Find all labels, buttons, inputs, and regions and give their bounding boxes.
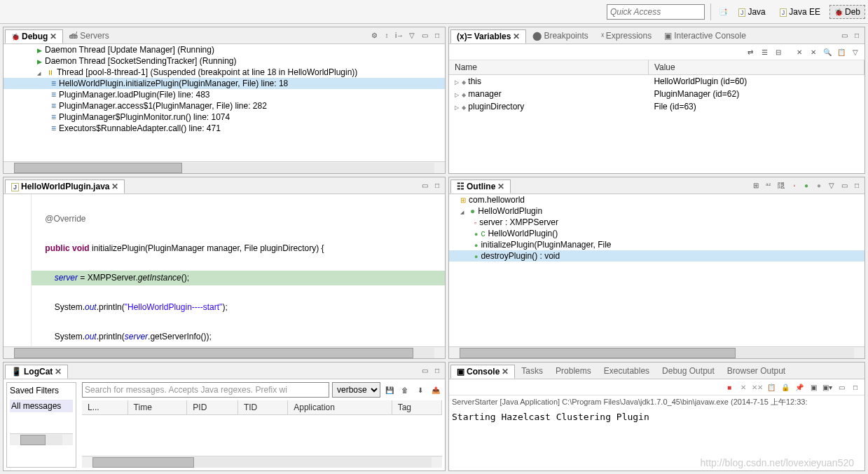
variable-row[interactable]: thisHelloWorldPlugin (id=60) — [449, 75, 864, 88]
debug-item[interactable]: Executors$RunnableAdapter.call() line: 4… — [4, 123, 445, 134]
icon[interactable]: ✕ — [807, 46, 820, 58]
export-icon[interactable]: 📤 — [429, 384, 442, 396]
tab-breakpoints[interactable]: ⬤Breakpoints — [526, 29, 594, 43]
tree-icon[interactable]: ☰ — [758, 46, 771, 58]
tab-variables[interactable]: (x)=Variables✕ — [450, 29, 526, 43]
log-table[interactable]: L...TimePIDTIDApplicationTag — [82, 400, 442, 415]
log-column[interactable]: TID — [237, 400, 287, 415]
log-column[interactable]: PID — [187, 400, 238, 415]
minimize-icon[interactable]: ▭ — [418, 180, 431, 192]
display-icon[interactable]: ▣ — [807, 381, 820, 393]
tab-console[interactable]: ▣Console✕ — [450, 365, 515, 379]
tab-outline[interactable]: ☷Outline✕ — [450, 180, 511, 194]
icon[interactable]: 隠 — [775, 180, 787, 192]
perspective-java-ee[interactable]: Java EE — [775, 5, 825, 19]
gutter[interactable] — [4, 194, 32, 346]
maximize-icon[interactable]: □ — [849, 381, 862, 393]
maximize-icon[interactable]: □ — [431, 365, 443, 377]
tab-interactive[interactable]: ▣Interactive Console — [658, 29, 752, 43]
tab-tasks[interactable]: Tasks — [515, 364, 549, 378]
close-icon[interactable]: ✕ — [111, 182, 118, 191]
perspective-debug[interactable]: Deb — [829, 5, 865, 19]
minimize-icon[interactable]: ▭ — [418, 29, 431, 42]
pin-icon[interactable]: 📌 — [793, 381, 806, 393]
step-into-icon[interactable]: i→ — [393, 29, 406, 42]
debug-item[interactable]: HelloWorldPlugin.initializePlugin(Plugin… — [4, 78, 445, 89]
icon[interactable]: ● — [813, 180, 825, 192]
debug-item[interactable]: PluginManager.access$1(PluginManager, Fi… — [4, 100, 445, 111]
log-column[interactable]: Application — [288, 400, 392, 415]
save-icon[interactable]: 💾 — [383, 384, 396, 396]
outline-item[interactable]: cHelloWorldPlugin() — [449, 228, 864, 239]
toolbar-icon[interactable]: ⚙ — [368, 29, 380, 42]
clear-icon[interactable]: 🗑 — [399, 384, 411, 396]
az-icon[interactable]: ᵃᶻ — [762, 180, 775, 192]
scrollbar[interactable] — [4, 161, 445, 173]
outline-item[interactable]: server : XMPPServer — [449, 217, 864, 228]
icon[interactable]: 🔍 — [821, 46, 834, 58]
terminate-icon[interactable] — [723, 381, 736, 393]
view-menu-icon[interactable]: ▽ — [406, 29, 418, 42]
outline-tree[interactable]: com.helloworldHelloWorldPluginserver : X… — [449, 194, 864, 346]
close-icon[interactable]: ✕ — [513, 32, 520, 41]
toolbar-icon[interactable]: ↕ — [380, 29, 393, 42]
log-column[interactable]: Time — [128, 400, 187, 415]
scroll-lock-icon[interactable]: 🔒 — [779, 381, 792, 393]
tab-servers[interactable]: 📾Servers — [63, 29, 115, 43]
icon[interactable]: ༝ — [787, 180, 800, 192]
log-level-select[interactable]: verbose — [332, 382, 380, 398]
debug-item[interactable]: Thread [pool-8-thread-1] (Suspended (bre… — [4, 67, 445, 78]
variable-row[interactable]: pluginDirectoryFile (id=63) — [449, 100, 864, 113]
minimize-icon[interactable]: ▭ — [838, 180, 850, 192]
minimize-icon[interactable]: ▭ — [418, 365, 431, 377]
scroll-icon[interactable]: ⬇ — [414, 384, 427, 396]
view-menu-icon[interactable]: ▽ — [825, 180, 838, 192]
type-icon[interactable]: ⇄ — [744, 46, 757, 58]
tab-logcat[interactable]: 📱LogCat✕ — [5, 365, 68, 379]
tab-file[interactable]: HelloWorldPlugin.java✕ — [5, 180, 125, 194]
scrollbar[interactable] — [449, 346, 864, 358]
close-icon[interactable]: ✕ — [497, 182, 504, 191]
collapse-icon[interactable]: ⊟ — [772, 46, 785, 58]
maximize-icon[interactable]: □ — [431, 180, 443, 192]
icon[interactable]: ✕ — [793, 46, 806, 58]
maximize-icon[interactable]: □ — [850, 29, 863, 42]
log-column[interactable]: L... — [82, 400, 128, 415]
scrollbar[interactable] — [82, 456, 442, 468]
close-icon[interactable]: ✕ — [50, 32, 57, 41]
view-menu-icon[interactable]: ▽ — [849, 46, 862, 58]
debug-item[interactable]: Daemon Thread [Update Manager] (Running) — [4, 44, 445, 55]
scrollbar[interactable] — [10, 433, 73, 445]
debug-item[interactable]: PluginManager$PluginMonitor.run() line: … — [4, 111, 445, 123]
outline-item[interactable]: destroyPlugin() : void — [449, 250, 864, 262]
perspective-java[interactable]: Java — [733, 5, 771, 19]
sort-icon[interactable]: ⊞ — [750, 180, 762, 192]
tab-debug[interactable]: Debug✕ — [5, 29, 63, 43]
tab-browser-output[interactable]: Browser Output — [721, 364, 792, 378]
log-column[interactable]: Tag — [392, 400, 441, 415]
tab-debug-output[interactable]: Debug Output — [656, 364, 721, 378]
debug-item[interactable]: PluginManager.loadPlugin(File) line: 483 — [4, 89, 445, 100]
open-perspective-icon[interactable]: 📑 — [717, 6, 729, 18]
tab-problems[interactable]: Problems — [549, 364, 598, 378]
debug-item[interactable]: Daemon Thread [SocketSendingTracker] (Ru… — [4, 55, 445, 67]
icon[interactable]: ● — [800, 180, 813, 192]
debug-tree[interactable]: Daemon Thread [Update Manager] (Running)… — [4, 44, 445, 161]
remove-all-icon[interactable]: ✕✕ — [751, 381, 764, 393]
outline-item[interactable]: initializePlugin(PluginManager, File — [449, 239, 864, 250]
code-editor[interactable]: @Override public void initializePlugin(P… — [32, 194, 445, 346]
remove-icon[interactable]: ✕ — [737, 381, 750, 393]
minimize-icon[interactable]: ▭ — [838, 29, 850, 42]
variable-row[interactable]: managerPluginManager (id=62) — [449, 88, 864, 100]
tab-executables[interactable]: Executables — [598, 364, 656, 378]
maximize-icon[interactable]: □ — [431, 29, 443, 42]
maximize-icon[interactable]: □ — [850, 180, 863, 192]
close-icon[interactable]: ✕ — [502, 367, 509, 377]
log-search-input[interactable] — [82, 382, 329, 398]
clear-icon[interactable]: 📋 — [765, 381, 778, 393]
open-console-icon[interactable]: ▣▾ — [821, 381, 834, 393]
scrollbar[interactable] — [4, 346, 445, 358]
close-icon[interactable]: ✕ — [55, 367, 62, 377]
quick-access-input[interactable] — [607, 4, 705, 20]
tab-expressions[interactable]: ᵡExpressions — [595, 29, 658, 43]
